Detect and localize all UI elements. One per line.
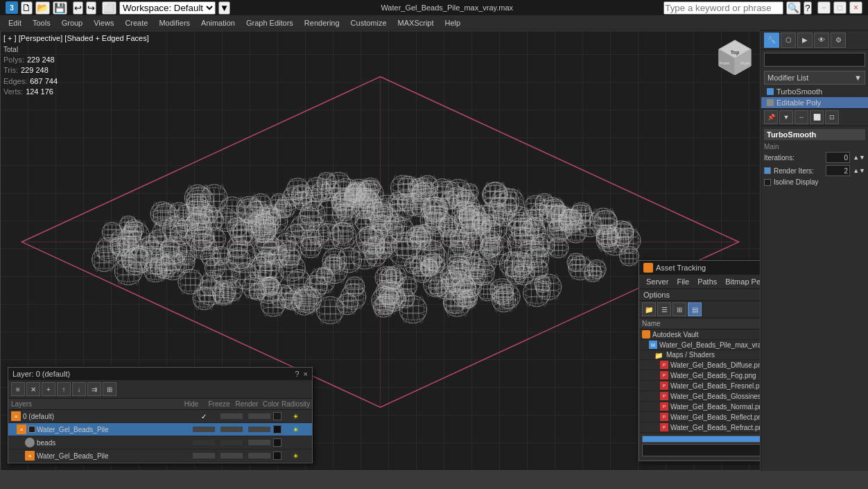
- at-row-8[interactable]: P Water_Gel_Beads_Reflect.png Found: [639, 412, 761, 422]
- redo-btn[interactable]: ↪: [86, 1, 96, 15]
- menu-animation[interactable]: Animation: [196, 17, 241, 29]
- layer-close-btn[interactable]: ×: [304, 370, 308, 378]
- menu-graph-editors[interactable]: Graph Editors: [241, 17, 299, 29]
- menu-maxscript[interactable]: MAXScript: [392, 17, 440, 29]
- menu-rendering[interactable]: Rendering: [299, 17, 345, 29]
- save-btn[interactable]: 💾: [53, 1, 67, 15]
- tris-label: Tris:: [3, 65, 18, 76]
- maximize-btn[interactable]: □: [833, 1, 847, 14]
- layer-merge-btn[interactable]: ⇉: [87, 382, 101, 396]
- menu-edit[interactable]: Edit: [3, 17, 27, 29]
- layer-extra-btn[interactable]: ⊞: [103, 382, 116, 396]
- minimize-btn[interactable]: −: [817, 1, 831, 14]
- col-freeze: Freeze: [205, 400, 233, 408]
- svg-point-2768: [268, 292, 273, 316]
- rp-modify-btn[interactable]: 🔧: [764, 33, 779, 48]
- svg-point-196: [484, 185, 505, 191]
- layer-delete-btn[interactable]: ✕: [26, 382, 40, 396]
- at-row-2[interactable]: 📁 Maps / Shaders: [639, 350, 761, 360]
- at-row-6[interactable]: P Water_Gel_Beads_Glossiness.png Found: [639, 391, 761, 402]
- at-row-3[interactable]: P Water_Gel_Beads_Diffuse.png Found: [639, 360, 761, 370]
- at-options-label[interactable]: Options: [643, 291, 670, 299]
- at-row-1[interactable]: M Water_Gel_Beads_Pile_max_vray.max Netw…: [639, 340, 761, 350]
- svg-point-2400: [207, 273, 212, 295]
- layer-icon-3: ≡: [25, 451, 35, 461]
- mod-funnel-btn[interactable]: ▼: [779, 110, 793, 124]
- svg-point-720: [161, 203, 166, 228]
- mod-arrow-btn[interactable]: ↔: [795, 110, 808, 124]
- svg-point-1927: [94, 248, 99, 272]
- help-btn[interactable]: ?: [804, 1, 811, 15]
- ts-iterations-input[interactable]: [826, 152, 850, 163]
- ts-render-iters-input[interactable]: [826, 165, 850, 176]
- at-row-7[interactable]: P Water_Gel_Beads_Normal.png Found: [639, 402, 761, 412]
- mod-paste-btn[interactable]: ⊡: [825, 110, 839, 124]
- at-app-icon: [643, 263, 653, 273]
- at-name-2: Maps / Shaders: [666, 351, 761, 359]
- at-row-4[interactable]: P Water_Gel_Beads_Fog.png Found: [639, 370, 761, 381]
- at-row-9[interactable]: P Water_Gel_Beads_Refract.png Found: [639, 422, 761, 433]
- svg-point-1954: [354, 248, 359, 272]
- menu-create[interactable]: Create: [119, 17, 153, 29]
- layer-move-down-btn[interactable]: ↓: [72, 382, 86, 396]
- search-input[interactable]: [663, 1, 783, 15]
- layer-move-up-btn[interactable]: ↑: [57, 382, 71, 396]
- layer-checkbox-1[interactable]: [28, 426, 35, 433]
- at-list-btn[interactable]: ☰: [657, 302, 671, 316]
- at-menu-server[interactable]: Server: [642, 276, 672, 287]
- at-path-input[interactable]: [642, 444, 761, 456]
- menu-tools[interactable]: Tools: [27, 17, 56, 29]
- ts-render-iters-spin[interactable]: ▲▼: [853, 167, 865, 174]
- at-menu-bitmap[interactable]: Bitmap Performance and Memory: [721, 276, 761, 287]
- at-table-btn[interactable]: ▤: [688, 302, 702, 316]
- svg-point-532: [238, 200, 261, 207]
- new-btn[interactable]: 🗋: [21, 1, 33, 15]
- rp-motion-btn[interactable]: ▶: [797, 33, 813, 48]
- at-folder-btn[interactable]: 📁: [642, 302, 656, 316]
- workspace-arrow[interactable]: ▼: [218, 1, 230, 15]
- svg-point-2642: [358, 284, 363, 309]
- layer-row-3[interactable]: ≡ Water_Gel_Beads_Pile ☀: [8, 449, 312, 463]
- rp-hierarchy-btn[interactable]: ⬡: [781, 33, 796, 48]
- undo-btn[interactable]: ↩: [73, 1, 83, 15]
- modifier-list-header[interactable]: Modifier List ▼: [764, 71, 865, 85]
- rp-utilities-btn[interactable]: ⚙: [831, 33, 846, 48]
- viewport[interactable]: [ + ] [Perspective] [Shaded + Edged Face…: [0, 31, 761, 471]
- menu-views[interactable]: Views: [88, 17, 119, 29]
- mod-pin-btn[interactable]: 📌: [764, 110, 778, 124]
- rp-display-btn[interactable]: 👁: [814, 33, 829, 48]
- menu-customize[interactable]: Customize: [345, 17, 392, 29]
- object-name-input[interactable]: beads: [764, 53, 865, 67]
- layer-row-2[interactable]: beads: [8, 436, 312, 449]
- close-btn[interactable]: ×: [849, 1, 862, 14]
- layer-new-btn[interactable]: +: [42, 382, 55, 396]
- svg-point-2288: [321, 267, 324, 284]
- workspace-select[interactable]: Workspace: Default: [119, 1, 216, 15]
- at-menu-paths[interactable]: Paths: [693, 276, 721, 287]
- svg-point-1248: [108, 222, 112, 242]
- menu-modifiers[interactable]: Modifiers: [153, 17, 196, 29]
- open-btn[interactable]: 📂: [35, 1, 50, 15]
- at-menu-file[interactable]: File: [672, 276, 693, 287]
- ts-isoline-checkbox[interactable]: [764, 179, 771, 186]
- layer-add-btn[interactable]: ≡: [11, 382, 25, 396]
- at-grid-btn[interactable]: ⊞: [672, 302, 686, 316]
- ts-render-iters-checkbox[interactable]: [764, 167, 771, 174]
- render-setup-btn[interactable]: ⬜: [102, 1, 116, 15]
- verts-val: 124 176: [26, 87, 53, 97]
- layer-row-0[interactable]: ≡ 0 (default) ✓ ☀: [8, 410, 312, 423]
- modifier-editablepoly[interactable]: Editable Poly: [761, 97, 868, 108]
- at-row-0[interactable]: Autodesk Vault Logged: [639, 329, 761, 340]
- menu-group[interactable]: Group: [56, 17, 89, 29]
- view-cube[interactable]: Top Front Right: [716, 37, 754, 75]
- at-icon-png-9: P: [660, 423, 668, 431]
- menu-help[interactable]: Help: [440, 17, 467, 29]
- layer-row-1[interactable]: ≡ Water_Gel_Beads_Pile ☀: [8, 423, 312, 436]
- ts-iterations-spin[interactable]: ▲▼: [853, 154, 865, 161]
- search-btn[interactable]: 🔍: [786, 1, 801, 15]
- layer-help-btn[interactable]: ?: [295, 370, 299, 378]
- at-row-5[interactable]: P Water_Gel_Beads_Fresnel.png Found: [639, 381, 761, 391]
- layer-icon-0: ≡: [11, 411, 21, 421]
- mod-copy-btn[interactable]: ⬜: [810, 110, 824, 124]
- modifier-turbosmooth[interactable]: TurboSmooth: [761, 86, 868, 97]
